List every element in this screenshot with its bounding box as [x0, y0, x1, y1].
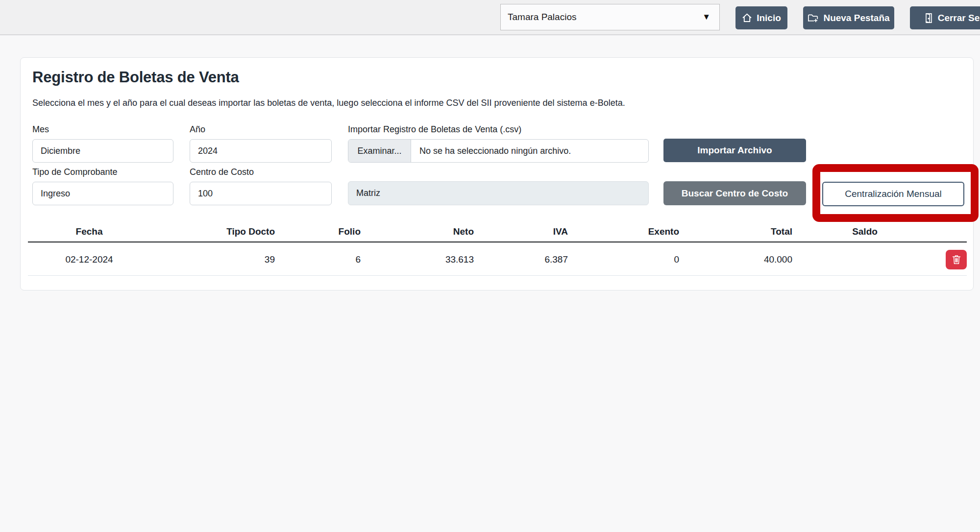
header-total: Total	[679, 226, 792, 242]
cell-folio: 6	[275, 242, 361, 276]
field-tipo-comprobante: Tipo de Comprobante	[32, 167, 173, 205]
field-importar-csv: Importar Registro de Boletas de Venta (.…	[348, 124, 649, 163]
header-actions	[937, 226, 967, 242]
header-tipo-docto: Tipo Docto	[150, 226, 275, 242]
header-folio: Folio	[275, 226, 361, 242]
user-dropdown-value: Tamara Palacios	[508, 12, 576, 23]
tipo-comprobante-input[interactable]	[32, 182, 173, 205]
header-neto: Neto	[361, 226, 474, 242]
logout-door-icon	[924, 13, 933, 24]
tipo-comprobante-label: Tipo de Comprobante	[32, 167, 173, 177]
registro-boletas-panel: Registro de Boletas de Venta Selecciona …	[20, 57, 974, 290]
importar-archivo-button[interactable]: Importar Archivo	[663, 139, 806, 162]
cell-fecha: 02-12-2024	[28, 242, 150, 276]
header-exento: Exento	[568, 226, 679, 242]
cell-saldo	[792, 242, 937, 276]
field-anio: Año	[190, 124, 332, 163]
nueva-pestana-button[interactable]: Nueva Pestaña	[803, 6, 894, 29]
field-centro-costo-nombre	[348, 181, 649, 205]
header-iva: IVA	[474, 226, 568, 242]
boletas-table-wrap: Fecha Tipo Docto Folio Neto IVA Exento T…	[28, 226, 967, 276]
trash-icon	[946, 254, 967, 265]
home-icon	[742, 13, 752, 23]
page-subtitle: Selecciona el mes y el año para el cual …	[32, 98, 625, 108]
page-title: Registro de Boletas de Venta	[32, 69, 239, 86]
centro-costo-label: Centro de Costo	[190, 167, 332, 177]
chevron-down-icon: ▼	[702, 12, 710, 22]
cell-iva: 6.387	[474, 242, 568, 276]
header-fecha: Fecha	[28, 226, 150, 242]
inicio-button-label: Inicio	[757, 13, 781, 24]
anio-label: Año	[190, 124, 332, 135]
topbar: Tamara Palacios ▼ Inicio Nueva Pestaña	[0, 0, 980, 35]
importar-csv-label: Importar Registro de Boletas de Venta (.…	[348, 124, 649, 135]
examinar-button[interactable]: Examinar...	[348, 140, 411, 162]
inicio-button[interactable]: Inicio	[735, 6, 787, 29]
cell-total: 40.000	[679, 242, 792, 276]
table-header-row: Fecha Tipo Docto Folio Neto IVA Exento T…	[28, 226, 967, 242]
delete-row-button[interactable]	[946, 250, 967, 269]
cell-exento: 0	[568, 242, 679, 276]
cell-neto: 33.613	[361, 242, 474, 276]
header-saldo: Saldo	[792, 226, 937, 242]
cerrar-sesion-button[interactable]: Cerrar Sesión	[910, 6, 980, 29]
new-tab-icon	[808, 13, 819, 23]
mes-label: Mes	[32, 124, 173, 135]
csv-file-input[interactable]: Examinar... No se ha seleccionado ningún…	[348, 139, 649, 163]
nueva-pestana-button-label: Nueva Pestaña	[823, 13, 889, 24]
centro-costo-input[interactable]	[190, 182, 332, 205]
table-row: 02-12-2024 39 6 33.613 6.387 0 40.000	[28, 242, 967, 276]
centralizacion-mensual-button[interactable]: Centralización Mensual	[822, 182, 964, 206]
file-status-text: No se ha seleccionado ningún archivo.	[411, 140, 571, 162]
cerrar-sesion-button-label: Cerrar Sesión	[938, 13, 980, 24]
field-centro-costo: Centro de Costo	[190, 167, 332, 205]
buscar-centro-costo-button[interactable]: Buscar Centro de Costo	[663, 181, 806, 205]
field-mes: Mes	[32, 124, 173, 163]
cell-tipo-docto: 39	[150, 242, 275, 276]
mes-input[interactable]	[32, 139, 173, 163]
centro-costo-nombre-input	[348, 181, 649, 205]
anio-input[interactable]	[190, 139, 332, 163]
boletas-table: Fecha Tipo Docto Folio Neto IVA Exento T…	[28, 226, 967, 276]
user-dropdown[interactable]: Tamara Palacios ▼	[500, 4, 720, 30]
